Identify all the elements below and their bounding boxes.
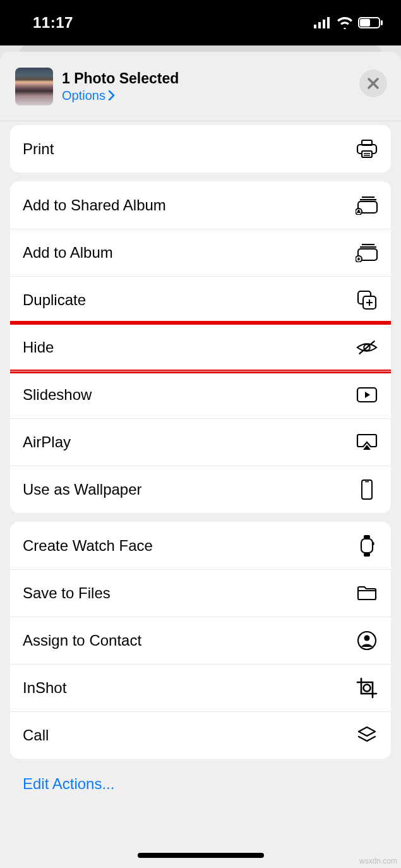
duplicate-icon — [356, 290, 378, 310]
shared-album-icon — [356, 196, 378, 215]
svg-point-39 — [364, 685, 371, 692]
wifi-icon — [337, 16, 353, 29]
hide-icon — [356, 339, 378, 356]
add-album-row[interactable]: Add to Album — [10, 229, 391, 276]
slideshow-label: Slideshow — [23, 386, 92, 404]
print-label: Print — [23, 140, 54, 158]
svg-rect-0 — [314, 25, 316, 28]
contact-icon — [356, 630, 378, 651]
svg-rect-2 — [323, 20, 325, 28]
assign-contact-label: Assign to Contact — [23, 632, 141, 649]
save-files-label: Save to Files — [23, 584, 111, 602]
print-row[interactable]: Print — [10, 125, 391, 172]
photo-thumbnail — [15, 68, 53, 105]
share-sheet: 1 Photo Selected Options Print — [0, 52, 401, 868]
hide-label: Hide — [23, 339, 54, 356]
call-row[interactable]: Call — [10, 711, 391, 759]
airplay-row[interactable]: AirPlay — [10, 418, 391, 466]
hide-row-highlight: Hide — [10, 323, 391, 371]
svg-rect-3 — [327, 17, 330, 28]
slideshow-row[interactable]: Slideshow — [10, 371, 391, 418]
svg-rect-34 — [364, 553, 370, 557]
add-shared-album-row[interactable]: Add to Shared Album — [10, 181, 391, 229]
inshot-icon — [356, 677, 378, 699]
add-shared-album-label: Add to Shared Album — [23, 196, 166, 214]
printer-icon — [356, 140, 378, 159]
inshot-label: InShot — [23, 679, 66, 697]
svg-rect-30 — [362, 480, 372, 499]
save-files-row[interactable]: Save to Files — [10, 569, 391, 617]
wallpaper-label: Use as Wallpaper — [23, 481, 142, 498]
svg-rect-32 — [361, 539, 373, 553]
svg-rect-9 — [362, 151, 372, 157]
actions-list: Print Add to Shared Album Add to Album — [0, 121, 401, 818]
watch-face-label: Create Watch Face — [23, 537, 153, 555]
layers-icon — [356, 725, 378, 745]
svg-rect-18 — [360, 246, 376, 248]
options-label: Options — [62, 88, 105, 103]
svg-rect-6 — [381, 20, 383, 25]
add-album-label: Add to Album — [23, 244, 113, 262]
chevron-right-icon — [108, 90, 115, 100]
play-icon — [356, 387, 378, 403]
status-icons — [314, 16, 383, 29]
hide-row[interactable]: Hide — [10, 323, 391, 371]
action-group-2: Add to Shared Album Add to Album Duplica… — [10, 181, 391, 513]
phone-icon — [356, 479, 378, 500]
svg-rect-17 — [362, 244, 374, 245]
close-button[interactable] — [359, 69, 387, 97]
cellular-icon — [314, 17, 332, 28]
call-label: Call — [23, 726, 49, 744]
duplicate-label: Duplicate — [23, 291, 86, 309]
wallpaper-row[interactable]: Use as Wallpaper — [10, 466, 391, 513]
options-button[interactable]: Options — [62, 88, 179, 103]
watch-face-row[interactable]: Create Watch Face — [10, 522, 391, 569]
airplay-icon — [356, 433, 378, 451]
svg-rect-5 — [360, 19, 370, 27]
svg-rect-1 — [318, 22, 321, 28]
svg-rect-35 — [373, 542, 374, 545]
airplay-label: AirPlay — [23, 433, 71, 451]
status-bar: 11:17 — [0, 0, 401, 45]
svg-rect-12 — [362, 196, 374, 198]
svg-rect-33 — [364, 535, 370, 539]
duplicate-row[interactable]: Duplicate — [10, 276, 391, 323]
svg-point-38 — [364, 636, 370, 641]
folder-icon — [356, 585, 378, 601]
edit-actions-link[interactable]: Edit Actions... — [10, 768, 391, 818]
status-time: 11:17 — [33, 14, 73, 32]
watch-icon — [356, 534, 378, 557]
battery-icon — [358, 17, 383, 28]
svg-line-28 — [359, 341, 375, 354]
sheet-header: 1 Photo Selected Options — [0, 52, 401, 121]
action-group-3: Create Watch Face Save to Files Assign t… — [10, 522, 391, 759]
assign-contact-row[interactable]: Assign to Contact — [10, 617, 391, 664]
device-frame: 11:17 1 Photo Selected Options — [0, 0, 401, 868]
close-icon — [367, 77, 380, 90]
add-album-icon — [356, 243, 378, 262]
watermark: wsxdn.com — [359, 857, 397, 865]
svg-rect-13 — [360, 199, 376, 200]
inshot-row[interactable]: InShot — [10, 664, 391, 711]
header-text: 1 Photo Selected Options — [62, 70, 179, 103]
action-group-1: Print — [10, 125, 391, 172]
sheet-title: 1 Photo Selected — [62, 70, 179, 87]
home-indicator[interactable] — [138, 853, 264, 858]
